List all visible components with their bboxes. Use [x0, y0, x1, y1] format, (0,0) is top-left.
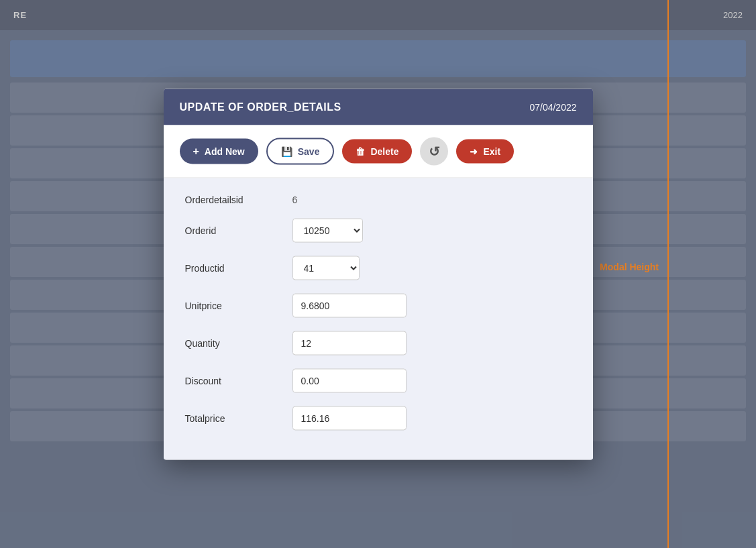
orderid-select[interactable]: 10250 [292, 218, 363, 242]
delete-icon [356, 146, 365, 156]
modal: UPDATE OF ORDER_DETAILS 07/04/2022 Add N… [164, 89, 593, 459]
quantity-row: Quantity [185, 331, 572, 355]
modal-title: UPDATE OF ORDER_DETAILS [180, 101, 341, 113]
unitprice-label: Unitprice [185, 300, 292, 311]
background-header: RE 2022 [0, 0, 756, 30]
modal-toolbar: Add New Save Delete Exit [164, 125, 593, 178]
exit-button[interactable]: Exit [456, 139, 514, 163]
totalprice-input[interactable] [292, 406, 407, 430]
discount-row: Discount [185, 368, 572, 392]
exit-label: Exit [483, 146, 500, 156]
productid-row: Productid 41 [185, 256, 572, 280]
totalprice-row: Totalprice [185, 406, 572, 430]
quantity-input[interactable] [292, 331, 407, 355]
productid-select[interactable]: 41 [292, 256, 360, 280]
plus-icon [193, 145, 199, 157]
add-new-button[interactable]: Add New [180, 138, 258, 164]
orderid-label: Orderid [185, 225, 292, 235]
unitprice-input[interactable] [292, 293, 407, 317]
save-button[interactable]: Save [266, 138, 335, 164]
bg-header-text: RE [13, 10, 27, 20]
orderdetailsid-row: Orderdetailsid 6 [185, 194, 572, 205]
modal-height-indicator-line [667, 0, 669, 548]
save-icon [281, 146, 292, 156]
orderid-row: Orderid 10250 [185, 218, 572, 242]
quantity-label: Quantity [185, 337, 292, 348]
productid-label: Productid [185, 262, 292, 273]
discount-input[interactable] [292, 368, 407, 392]
modal-header: UPDATE OF ORDER_DETAILS 07/04/2022 [164, 89, 593, 125]
orderdetailsid-value: 6 [292, 194, 298, 205]
modal-wrapper: UPDATE OF ORDER_DETAILS 07/04/2022 Add N… [164, 89, 593, 459]
delete-label: Delete [370, 146, 398, 156]
save-label: Save [298, 146, 320, 156]
exit-icon [470, 146, 478, 156]
orderdetailsid-label: Orderdetailsid [185, 194, 292, 205]
modal-body: Orderdetailsid 6 Orderid 10250 Productid… [164, 178, 593, 459]
add-new-label: Add New [205, 146, 245, 156]
refresh-icon [429, 143, 440, 159]
refresh-button[interactable] [420, 137, 448, 165]
totalprice-label: Totalprice [185, 413, 292, 423]
modal-height-label: Modal Height [600, 262, 659, 272]
delete-button[interactable]: Delete [342, 139, 412, 163]
modal-date: 07/04/2022 [529, 101, 576, 112]
discount-label: Discount [185, 375, 292, 386]
bg-row [10, 40, 746, 77]
bg-header-date: 2022 [723, 10, 743, 20]
unitprice-row: Unitprice [185, 293, 572, 317]
